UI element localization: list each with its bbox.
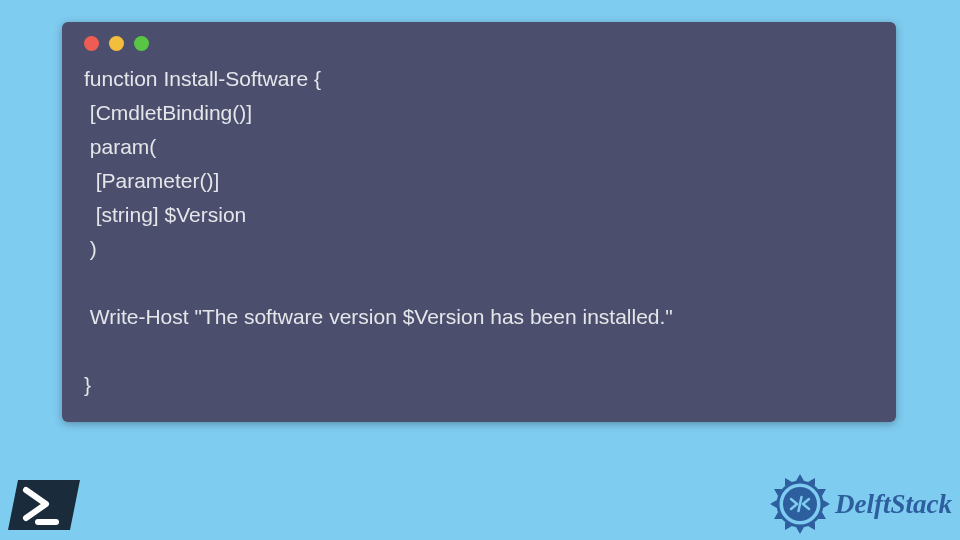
- code-line: Write-Host "The software version $Versio…: [84, 305, 673, 328]
- delftstack-logo: DelftStack: [769, 473, 952, 535]
- brand-name: DelftStack: [835, 489, 952, 520]
- code-line: [CmdletBinding()]: [84, 101, 252, 124]
- code-line: param(: [84, 135, 156, 158]
- minimize-icon: [109, 36, 124, 51]
- code-line: ): [84, 237, 97, 260]
- code-line: [string] $Version: [84, 203, 246, 226]
- code-line: }: [84, 373, 91, 396]
- maximize-icon: [134, 36, 149, 51]
- gear-icon: [769, 473, 831, 535]
- code-line: [Parameter()]: [84, 169, 219, 192]
- code-window: function Install-Software { [CmdletBindi…: [62, 22, 896, 422]
- code-line: function Install-Software {: [84, 67, 321, 90]
- close-icon: [84, 36, 99, 51]
- powershell-logo-icon: [6, 476, 82, 534]
- code-content: function Install-Software { [CmdletBindi…: [62, 59, 896, 404]
- window-controls: [62, 22, 896, 59]
